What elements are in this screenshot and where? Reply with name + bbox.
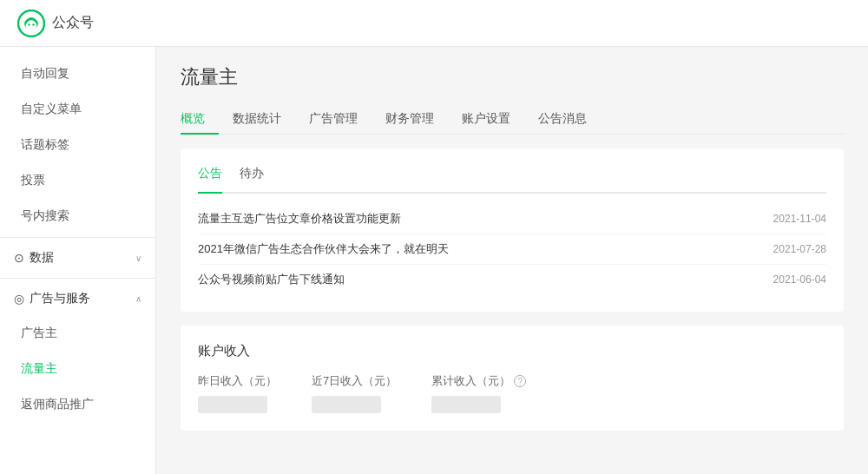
sidebar-item-auto-reply[interactable]: 自动回复 bbox=[0, 56, 155, 91]
circle-clock-icon: ◎ bbox=[14, 292, 24, 306]
main-content: 流量主 概览 数据统计 广告管理 财务管理 账户设置 公告消息 公告 待办 流量… bbox=[156, 47, 868, 474]
chevron-down-icon-data: ∨ bbox=[135, 253, 141, 263]
income-label-7days: 近7日收入（元） bbox=[312, 373, 397, 389]
section-left-data: ⊙ 数据 bbox=[14, 250, 54, 266]
sidebar-section-data[interactable]: ⊙ 数据 ∨ bbox=[0, 241, 155, 274]
income-section-title: 账户收入 bbox=[198, 343, 826, 359]
sidebar-item-custom-menu[interactable]: 自定义菜单 bbox=[0, 91, 155, 127]
main-layout: 自动回复 自定义菜单 话题标签 投票 号内搜索 ⊙ 数据 ∨ ◎ 广告与服务 ∧… bbox=[0, 47, 868, 474]
sidebar-section-ads-services[interactable]: ◎ 广告与服务 ∧ bbox=[0, 282, 155, 315]
tab-ad-management[interactable]: 广告管理 bbox=[295, 104, 372, 134]
tab-account-settings[interactable]: 账户设置 bbox=[448, 104, 524, 134]
header: 公众号 bbox=[0, 0, 868, 47]
sidebar-item-vote[interactable]: 投票 bbox=[0, 162, 155, 198]
chevron-up-icon-ads: ∧ bbox=[135, 294, 141, 304]
tab-data-stats[interactable]: 数据统计 bbox=[219, 104, 295, 134]
sidebar-item-traffic-owner[interactable]: 流量主 bbox=[0, 351, 155, 386]
income-value-yesterday bbox=[198, 396, 267, 413]
section-left-ads: ◎ 广告与服务 bbox=[14, 291, 90, 306]
svg-point-1 bbox=[28, 23, 30, 25]
income-grid: 昨日收入（元） 近7日收入（元） 累计收入（元） ? bbox=[198, 373, 826, 413]
sidebar-item-internal-search[interactable]: 号内搜索 bbox=[0, 198, 155, 234]
sidebar-item-rebate-promo[interactable]: 返佣商品推广 bbox=[0, 386, 155, 422]
income-label-yesterday: 昨日收入（元） bbox=[198, 373, 277, 389]
sidebar-item-topic-tags[interactable]: 话题标签 bbox=[0, 127, 155, 162]
clock-icon: ⊙ bbox=[14, 251, 24, 265]
svg-point-2 bbox=[32, 23, 34, 25]
wechat-logo-icon bbox=[17, 10, 45, 37]
sidebar-section-data-label: 数据 bbox=[30, 250, 54, 266]
header-title: 公众号 bbox=[52, 14, 94, 32]
page-title: 流量主 bbox=[181, 64, 844, 90]
main-tabs: 概览 数据统计 广告管理 财务管理 账户设置 公告消息 bbox=[181, 104, 844, 135]
income-label-total: 累计收入（元） ? bbox=[431, 373, 526, 389]
card-tab-announcement[interactable]: 公告 bbox=[198, 166, 222, 185]
sidebar-section-ads-label: 广告与服务 bbox=[30, 291, 90, 306]
income-value-total bbox=[431, 396, 501, 413]
income-item-yesterday: 昨日收入（元） bbox=[198, 373, 277, 413]
announcement-date-1: 2021-11-04 bbox=[773, 213, 826, 225]
announcement-card: 公告 待办 流量主互选广告位文章价格设置功能更新 2021-11-04 2021… bbox=[181, 148, 844, 312]
announcement-text-3: 公众号视频前贴广告下线通知 bbox=[198, 272, 345, 287]
announcement-item-3: 公众号视频前贴广告下线通知 2021-06-04 bbox=[198, 265, 826, 294]
sidebar-divider-2 bbox=[0, 278, 155, 279]
sidebar-item-advertiser[interactable]: 广告主 bbox=[0, 315, 155, 351]
tab-overview[interactable]: 概览 bbox=[181, 104, 219, 134]
announcement-text-1: 流量主互选广告位文章价格设置功能更新 bbox=[198, 211, 401, 227]
announcement-date-2: 2021-07-28 bbox=[773, 243, 826, 255]
announcement-list: 流量主互选广告位文章价格设置功能更新 2021-11-04 2021年微信广告生… bbox=[198, 204, 826, 294]
sidebar: 自动回复 自定义菜单 话题标签 投票 号内搜索 ⊙ 数据 ∨ ◎ 广告与服务 ∧… bbox=[0, 47, 156, 474]
income-item-total: 累计收入（元） ? bbox=[431, 373, 526, 413]
income-item-7days: 近7日收入（元） bbox=[312, 373, 397, 413]
announcement-item-2: 2021年微信广告生态合作伙伴大会来了，就在明天 2021-07-28 bbox=[198, 234, 826, 265]
card-tab-pending[interactable]: 待办 bbox=[240, 166, 264, 185]
announcement-text-2: 2021年微信广告生态合作伙伴大会来了，就在明天 bbox=[198, 241, 449, 257]
tab-announcements[interactable]: 公告消息 bbox=[524, 104, 601, 134]
income-value-7days bbox=[312, 396, 381, 413]
announcement-date-3: 2021-06-04 bbox=[773, 273, 826, 286]
income-card: 账户收入 昨日收入（元） 近7日收入（元） 累计收入（元） bbox=[181, 326, 844, 431]
sidebar-divider-1 bbox=[0, 237, 155, 238]
announcement-item-1: 流量主互选广告位文章价格设置功能更新 2021-11-04 bbox=[198, 204, 826, 234]
help-icon[interactable]: ? bbox=[514, 375, 526, 387]
announcement-card-tabs: 公告 待办 bbox=[198, 166, 826, 194]
tab-finance[interactable]: 财务管理 bbox=[372, 104, 448, 134]
